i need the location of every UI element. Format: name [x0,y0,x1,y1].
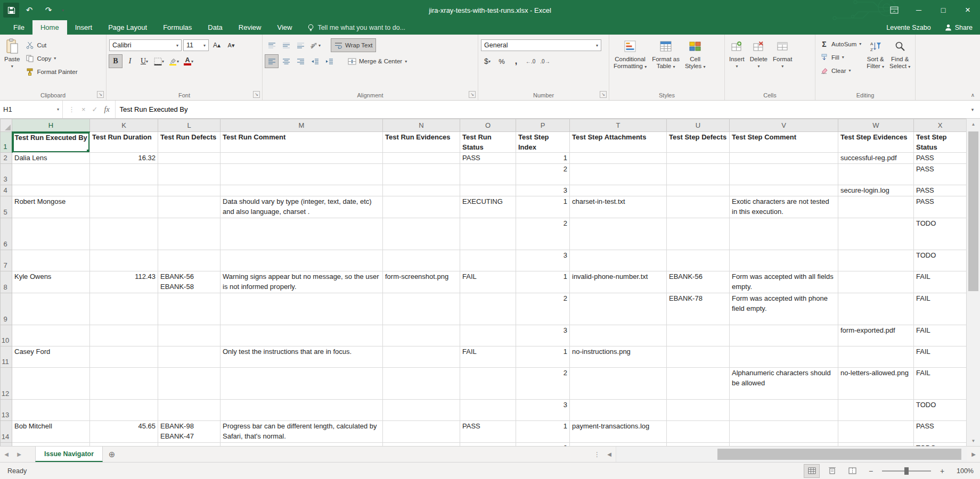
cell-V14[interactable] [730,421,838,443]
cell-V7[interactable] [730,250,838,271]
cell-X10[interactable]: FAIL [914,325,967,346]
vertical-scroll-track[interactable] [967,129,980,435]
row-header-5[interactable]: 5 [1,196,12,218]
decrease-indent-button[interactable] [308,55,321,68]
row-header-2[interactable]: 2 [1,153,12,164]
cell-O14[interactable]: PASS [460,421,516,443]
confirm-entry-button[interactable]: ✓ [92,105,98,113]
cell-O15[interactable] [460,443,516,447]
cell-T15[interactable] [570,443,667,447]
cell-U9[interactable]: EBANK-78 [667,293,730,325]
cell-V9[interactable]: Form was accepted with phone field empty… [730,293,838,325]
cell-O8[interactable]: FAIL [460,271,516,293]
minimize-button[interactable]: ─ [907,0,931,20]
cell-K8[interactable]: 112.43 [90,271,158,293]
cell-T8[interactable]: invalid-phone-number.txt [570,271,667,293]
zoom-out-button[interactable]: − [865,467,877,475]
row-header-11[interactable]: 11 [1,346,12,368]
cell-K7[interactable] [90,250,158,271]
insert-cells-button[interactable]: Insert ▾ [726,36,747,89]
formula-input[interactable]: Test Run Executed By [116,101,965,118]
cell-U12[interactable] [667,368,730,400]
cell-T11[interactable]: no-instructions.png [570,346,667,368]
cell-N3[interactable] [383,164,460,185]
cell-L12[interactable] [158,368,220,400]
expand-formula-bar-button[interactable]: ▾ [965,101,980,118]
format-cells-button[interactable]: Format ▾ [770,36,795,89]
cell-T9[interactable] [570,293,667,325]
column-header-K[interactable]: K [90,119,158,132]
align-center-button[interactable] [280,55,292,68]
cell-X11[interactable]: FAIL [914,346,967,368]
zoom-in-button[interactable]: + [936,467,948,475]
cell-U2[interactable] [667,153,730,164]
cell-M11[interactable]: Only test the instructions that are in f… [220,346,383,368]
cell-X3[interactable]: PASS [914,164,967,185]
cell-N6[interactable] [383,218,460,250]
cut-button[interactable]: Cut [22,38,80,52]
font-size-combo[interactable]: 11 ▾ [183,39,209,51]
cell-M10[interactable] [220,325,383,346]
font-color-button[interactable]: A ▾ [182,55,195,68]
format-painter-button[interactable]: Format Painter [22,65,80,78]
column-header-T[interactable]: T [570,119,667,132]
cell-W4[interactable]: secure-login.log [838,185,914,196]
cell-M4[interactable] [220,185,383,196]
zoom-slider[interactable] [882,470,931,472]
cell-N11[interactable] [383,346,460,368]
cell-W14[interactable] [838,421,914,443]
tell-me-box[interactable]: Tell me what you want to do... [307,20,405,35]
decrease-decimal-button[interactable]: .0→ [538,55,551,68]
cell-O13[interactable] [460,400,516,421]
cell-L8[interactable]: EBANK-56 EBANK-58 [158,271,220,293]
cell-M6[interactable] [220,218,383,250]
cell-U1[interactable]: Test Step Defects [667,132,730,153]
conditional-formatting-button[interactable]: Conditional Formatting ▾ [611,36,649,89]
cell-L1[interactable]: Test Run Defects [158,132,220,153]
user-name[interactable]: Levente Szabo [886,24,930,31]
cell-H10[interactable] [12,325,90,346]
cell-O5[interactable]: EXECUTING [460,196,516,218]
accounting-format-button[interactable]: $ ▾ [481,55,494,68]
row-header-7[interactable]: 7 [1,250,12,271]
alignment-dialog-launcher[interactable]: ↘ [469,91,476,98]
font-family-combo[interactable]: Calibri ▾ [109,39,182,51]
cell-W6[interactable] [838,218,914,250]
cell-styles-button[interactable]: Cell Styles ▾ [682,36,708,89]
cell-P13[interactable]: 3 [516,400,570,421]
column-header-V[interactable]: V [730,119,838,132]
ribbon-tab-file[interactable]: File [5,20,32,35]
cell-M12[interactable] [220,368,383,400]
row-header-15[interactable]: 15 [1,443,12,447]
cell-T6[interactable] [570,218,667,250]
cell-K2[interactable]: 16.32 [90,153,158,164]
row-header-10[interactable]: 10 [1,325,12,346]
cell-V1[interactable]: Test Step Comment [730,132,838,153]
cell-T4[interactable] [570,185,667,196]
cell-U5[interactable] [667,196,730,218]
cell-V11[interactable] [730,346,838,368]
vertical-scroll-thumb[interactable] [968,131,978,291]
comma-style-button[interactable]: , [510,55,522,68]
row-header-13[interactable]: 13 [1,400,12,421]
cell-N1[interactable]: Test Run Evidences [383,132,460,153]
column-header-L[interactable]: L [158,119,220,132]
new-sheet-button[interactable]: ⊕ [103,447,121,462]
fill-button[interactable]: Fill ▾ [817,51,864,64]
wrap-text-button[interactable]: Wrap Text [331,39,375,52]
cell-K3[interactable] [90,164,158,185]
cell-X15[interactable]: TODO [914,443,967,447]
cell-O7[interactable] [460,250,516,271]
tab-split-handle[interactable]: ⋮ [591,451,603,458]
cell-H8[interactable]: Kyle Owens [12,271,90,293]
cell-P14[interactable]: 1 [516,421,570,443]
borders-button[interactable]: ▾ [152,55,166,68]
cell-P10[interactable]: 3 [516,325,570,346]
select-all-corner[interactable] [1,119,12,132]
cell-T10[interactable] [570,325,667,346]
cell-P3[interactable]: 2 [516,164,570,185]
number-dialog-launcher[interactable]: ↘ [600,91,607,98]
cell-U11[interactable] [667,346,730,368]
row-header-3[interactable]: 3 [1,164,12,185]
column-header-H[interactable]: H [12,119,90,132]
